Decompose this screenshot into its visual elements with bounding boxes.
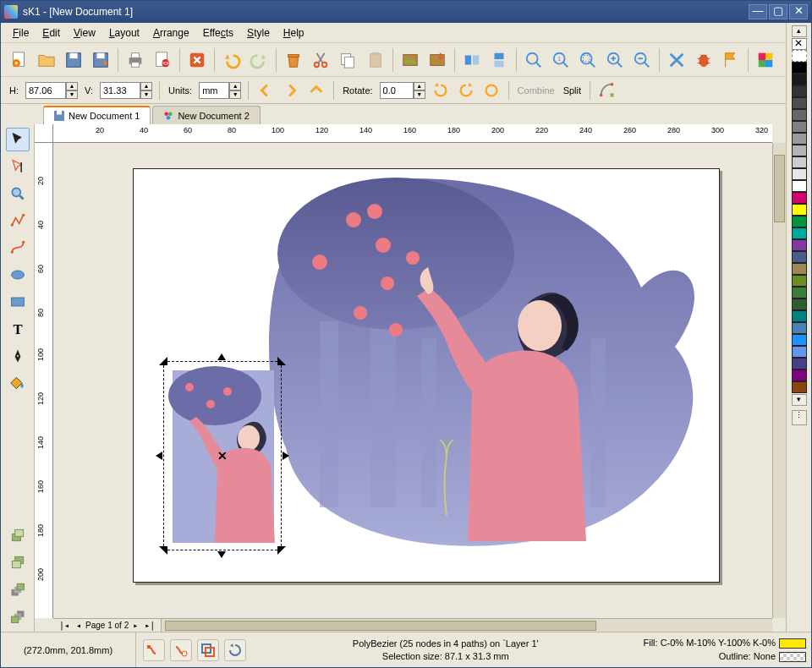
color-swatch[interactable] [792,204,807,216]
pen-tool[interactable] [6,344,30,368]
flip-h-button[interactable] [460,47,484,73]
undo-button[interactable] [220,47,244,73]
bug-button[interactable] [692,47,716,73]
color-swatch[interactable] [792,287,807,298]
export-pdf-button[interactable]: PDF [151,47,174,73]
layer-bottom-button[interactable] [6,605,30,628]
handle-l[interactable] [156,452,162,460]
color-swatch[interactable] [792,62,807,74]
rotate-ccw-icon[interactable] [431,80,451,101]
color-swatch[interactable] [792,121,807,133]
registration-swatch[interactable] [792,50,807,62]
save-button[interactable] [62,47,85,73]
horizontal-scrollbar[interactable]: |◂ ◂ Page 1 of 2 ▸ ▸| [53,618,772,632]
palette-menu[interactable]: ⋮ [792,410,807,425]
layer-top-button[interactable] [6,578,30,601]
canvas[interactable]: ✕ [53,143,772,618]
color-swatch[interactable] [792,168,807,180]
snap-grid-button[interactable] [143,639,165,661]
color-swatch[interactable] [792,310,807,322]
split-button[interactable]: Split [563,85,581,96]
color-swatch[interactable] [792,74,807,85]
menu-effects[interactable]: Effects [196,25,240,41]
minimize-button[interactable]: — [749,4,767,19]
color-swatch[interactable] [792,97,807,109]
color-swatch[interactable] [792,370,807,381]
color-swatch[interactable] [792,156,807,168]
zoom-fit-button[interactable] [522,47,546,73]
rotate-180-icon[interactable] [481,80,502,101]
selection-center[interactable]: ✕ [217,449,228,463]
selection-box[interactable]: ✕ [163,361,282,550]
color-swatch[interactable] [792,381,807,393]
color-swatch[interactable] [792,227,807,239]
v-input[interactable]: ▲▼ [100,82,152,99]
import-image-button[interactable] [398,47,422,73]
palette-down[interactable]: ▾ [792,394,807,406]
close-button[interactable]: ✕ [789,4,808,19]
text-tool[interactable]: T [6,317,30,341]
flip-v-button[interactable] [487,47,511,73]
color-swatch[interactable] [792,133,807,145]
new-doc-button[interactable] [8,47,31,73]
color-swatch[interactable] [792,263,807,275]
close-doc-button[interactable] [185,47,209,73]
arrow-up-icon[interactable] [306,80,326,101]
color-swatch[interactable] [792,239,807,251]
page-last[interactable]: ▸| [142,621,157,630]
layer-raise-button[interactable] [6,523,30,547]
tab-doc1[interactable]: New Document 1 [43,106,151,124]
color-swatch[interactable] [792,85,807,97]
snap-guides-button[interactable] [170,639,192,661]
node-edit-tool[interactable] [6,155,30,178]
arrow-right-icon[interactable] [281,80,301,101]
color-swatch[interactable] [792,180,807,192]
zoom-in-button[interactable] [603,47,627,73]
snap-objects-button[interactable] [197,639,219,661]
menu-view[interactable]: View [67,25,102,41]
color-swatch[interactable] [792,192,807,204]
refresh-button[interactable] [224,639,246,661]
handle-t[interactable] [217,353,226,360]
zoom-sel-button[interactable] [576,47,600,73]
rotate-input[interactable]: ▲▼ [380,82,425,99]
menu-layout[interactable]: Layout [102,25,146,41]
handle-r[interactable] [283,452,289,460]
convert-curves-icon[interactable] [597,80,617,101]
color-swatch[interactable] [792,346,807,358]
color-swatch[interactable] [792,216,807,227]
page-next[interactable]: ▸ [130,621,140,630]
page-first[interactable]: |◂ [57,621,72,630]
color-swatch[interactable] [792,298,807,310]
rotate-cw-icon[interactable] [456,80,476,101]
handle-br[interactable] [277,546,286,555]
save-as-button[interactable] [89,47,112,73]
copy-button[interactable] [336,47,359,73]
bezier-tool[interactable] [6,236,30,260]
ruler-corner[interactable] [35,124,53,143]
layer-lower-button[interactable] [6,550,30,574]
delete-button[interactable] [282,47,305,73]
menu-arrange[interactable]: Arrange [146,25,196,41]
selection-tool[interactable] [6,128,30,151]
color-swatch[interactable] [792,109,807,121]
vertical-scrollbar[interactable] [772,143,786,618]
units-select[interactable]: ▲▼ [199,82,241,99]
handle-tr[interactable] [277,357,286,365]
handle-bl[interactable] [159,546,167,555]
color-swatch[interactable] [792,322,807,334]
color-swatch[interactable] [792,275,807,287]
color-swatch[interactable] [792,251,807,263]
paste-button[interactable] [364,47,387,73]
handle-b[interactable] [217,551,226,558]
arrow-left-icon[interactable] [255,80,276,101]
polyline-tool[interactable] [6,209,30,233]
export-image-button[interactable] [425,47,449,73]
flag-button[interactable] [719,47,743,73]
cut-button[interactable] [309,47,332,73]
menu-edit[interactable]: Edit [36,25,67,41]
page-prev[interactable]: ◂ [74,621,84,630]
zoom-tool[interactable] [6,182,30,205]
zoom-100-button[interactable]: 1 [549,47,573,73]
color-swatch[interactable] [792,358,807,370]
